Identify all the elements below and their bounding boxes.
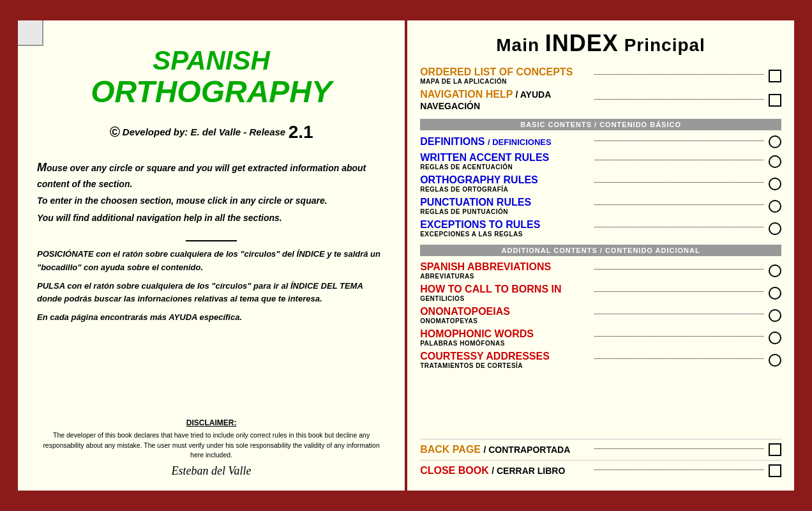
punctuation-rules-sublabel: REGLAS DE PUNTUACIÓN [420, 208, 589, 215]
punctuation-rules-content: PUNCTUATION RULES REGLAS DE PUNTUACIÓN [420, 197, 589, 215]
book-container: SPANISH ORTHOGRAPHY © Developed by: E. d… [10, 13, 802, 498]
back-page-content: BACK PAGE / CONTRAPORTADA [420, 444, 589, 455]
ononatopoeias-label: ONONATOPOEIAS [420, 306, 589, 317]
ordered-list-content: ORDERED LIST OF CONCEPTS MAPA DE LA APLI… [420, 66, 589, 85]
courtessy-content: COURTESSY ADDRESSES TRATAMIENTOS DE CORT… [420, 351, 589, 369]
spanish-abbrev-label: SPANISH ABBREVIATIONS [420, 261, 589, 273]
divider [186, 240, 237, 241]
corner-fold [18, 20, 43, 46]
exceptions-label: EXCEPTIONS TO RULES [420, 219, 589, 231]
ononatopoeias-circle[interactable] [769, 309, 781, 322]
definitions-row: DEFINITIONS / DEFINICIONES [420, 133, 781, 150]
how-to-call-sublabel: GENTILICIOS [420, 295, 589, 302]
version-number: 2.1 [289, 122, 313, 142]
close-book-suffix: / CERRAR LIBRO [492, 466, 565, 476]
disclaimer-title: DISCLAIMER: [37, 418, 386, 427]
index-title-pre: Main [496, 35, 545, 55]
desc1: Mouse over any circle or square and you … [37, 158, 386, 191]
close-book-square[interactable] [769, 464, 781, 477]
dots-10 [594, 314, 763, 314]
dots-11 [594, 336, 763, 337]
ordered-list-square[interactable] [769, 70, 781, 82]
definitions-label: DEFINITIONS / DEFINICIONES [420, 136, 589, 148]
right-page: Main INDEX Principal ORDERED LIST OF CON… [406, 19, 795, 492]
title-orthography: ORTHOGRAPHY [37, 75, 386, 109]
dots-12 [594, 358, 763, 359]
homophonic-content: HOMOPHONIC WORDS PALABRAS HOMÓFONAS [420, 328, 589, 347]
copyright-symbol: © [110, 124, 120, 141]
spanish-para2: PULSA con el ratón sobre cualquiera de l… [37, 280, 386, 307]
dots-7 [594, 227, 763, 227]
nav-help-content: NAVIGATION HELP / AYUDA NAVEGACIÓN [420, 89, 589, 112]
exceptions-row: EXCEPTIONS TO RULES EXCEPCIONES A LAS RE… [420, 217, 781, 240]
nav-help-label: NAVIGATION HELP / AYUDA NAVEGACIÓN [420, 89, 589, 112]
spanish-abbrev-row: SPANISH ABBREVIATIONS ABREVIATURAS [420, 259, 781, 282]
ordered-list-sublabel: MAPA DE LA APLICACIÓN [420, 78, 589, 85]
punctuation-rules-label: PUNCTUATION RULES [420, 197, 589, 208]
dots-13 [594, 448, 763, 449]
orthography-rules-sublabel: REGLAS DE ORTOGRAFÍA [420, 186, 589, 193]
punctuation-rules-row: PUNCTUATION RULES REGLAS DE PUNTUACIÓN [420, 195, 781, 217]
orthography-rules-content: ORTHOGRAPHY RULES REGLAS DE ORTOGRAFÍA [420, 174, 589, 193]
orthography-rules-circle[interactable] [769, 178, 781, 190]
exceptions-sublabel: EXCEPCIONES A LAS REGLAS [420, 231, 589, 238]
courtessy-circle[interactable] [769, 354, 781, 367]
homophonic-row: HOMOPHONIC WORDS PALABRAS HOMÓFONAS [420, 326, 781, 349]
nav-help-square[interactable] [769, 94, 781, 107]
left-page: SPANISH ORTHOGRAPHY © Developed by: E. d… [17, 19, 406, 492]
nav-help-row: NAVIGATION HELP / AYUDA NAVEGACIÓN [420, 87, 781, 114]
dots-5 [594, 182, 763, 183]
courtessy-row: COURTESSY ADDRESSES TRATAMIENTOS DE CORT… [420, 349, 781, 371]
how-to-call-circle[interactable] [769, 287, 781, 300]
close-book-label: CLOSE BOOK [420, 465, 489, 476]
dots-8 [594, 269, 763, 270]
written-accent-content: WRITTEN ACCENT RULES REGLAS DE ACENTUACI… [420, 152, 589, 171]
dots-3 [594, 141, 763, 141]
index-title: Main INDEX Principal [420, 30, 781, 57]
definitions-circle[interactable] [769, 135, 781, 148]
ordered-list-row: ORDERED LIST OF CONCEPTS MAPA DE LA APLI… [420, 65, 781, 87]
spanish-abbrev-sublabel: ABREVIATURAS [420, 273, 589, 280]
back-page-label: BACK PAGE [420, 444, 481, 455]
index-title-main: INDEX [545, 30, 619, 56]
spanish-para1: POSICIÓNATE con el ratón sobre cualquier… [37, 248, 386, 275]
spanish-abbrev-circle[interactable] [769, 264, 781, 277]
basic-section-bar: BASIC CONTENTS / CONTENIDO BÁSICO [420, 119, 781, 130]
back-page-suffix: / CONTRAPORTADA [483, 445, 570, 455]
dots-4 [594, 160, 763, 160]
copyright-line: © Developed by: E. del Valle - Release 2… [37, 122, 386, 142]
how-to-call-content: HOW TO CALL TO BORNS IN GENTILICIOS [420, 284, 589, 302]
back-page-square[interactable] [769, 443, 781, 456]
definitions-content: DEFINITIONS / DEFINICIONES [420, 136, 589, 148]
orthography-rules-label: ORTHOGRAPHY RULES [420, 174, 589, 186]
written-accent-sublabel: REGLAS DE ACENTUACIÓN [420, 164, 589, 171]
punctuation-rules-circle[interactable] [769, 200, 781, 213]
description-section: Mouse over any circle or square and you … [37, 158, 386, 227]
ononatopoeias-sublabel: ONOMATOPEYAS [420, 317, 589, 324]
desc3: You will find additional navigation help… [37, 211, 386, 225]
written-accent-label: WRITTEN ACCENT RULES [420, 152, 589, 164]
close-book-row: CLOSE BOOK / CERRAR LIBRO [420, 460, 781, 481]
ononatopoeias-content: ONONATOPOEIAS ONOMATOPEYAS [420, 306, 589, 324]
desc2: To enter in the choosen section, mouse c… [37, 194, 386, 208]
exceptions-content: EXCEPTIONS TO RULES EXCEPCIONES A LAS RE… [420, 219, 589, 238]
dots-14 [594, 469, 763, 470]
how-to-call-label: HOW TO CALL TO BORNS IN [420, 284, 589, 295]
back-page-row: BACK PAGE / CONTRAPORTADA [420, 439, 781, 460]
dots-1 [594, 74, 763, 75]
dots-6 [594, 204, 763, 205]
copyright-text: Developed by: E. del Valle - Release [123, 126, 285, 137]
homophonic-label: HOMOPHONIC WORDS [420, 328, 589, 340]
dots-2 [594, 99, 763, 100]
title-section: SPANISH ORTHOGRAPHY [37, 46, 386, 109]
written-accent-circle[interactable] [769, 155, 781, 168]
disclaimer-text: The developer of this book declares that… [37, 431, 386, 461]
how-to-call-row: HOW TO CALL TO BORNS IN GENTILICIOS [420, 282, 781, 304]
homophonic-circle[interactable] [769, 332, 781, 344]
courtessy-label: COURTESSY ADDRESSES [420, 351, 589, 362]
ordered-list-label: ORDERED LIST OF CONCEPTS [420, 66, 589, 78]
spanish-para3: En cada página encontrarás más AYUDA esp… [37, 311, 386, 324]
close-book-content: CLOSE BOOK / CERRAR LIBRO [420, 465, 589, 477]
exceptions-circle[interactable] [769, 222, 781, 235]
spanish-abbrev-content: SPANISH ABBREVIATIONS ABREVIATURAS [420, 261, 589, 280]
